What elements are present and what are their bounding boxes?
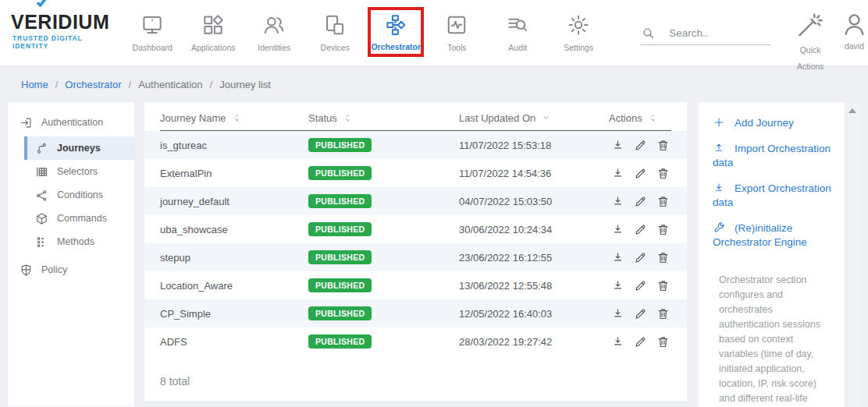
logo-tagline: TRUSTED DIGITAL IDENTITY (11, 34, 109, 50)
download-button[interactable] (611, 223, 624, 236)
table-row: stepupPUBLISHED23/06/2022 16:12:55 (144, 243, 687, 271)
quick-actions-label-line2: Actions (795, 60, 825, 73)
sidebar-item-label: Selectors (57, 166, 98, 177)
sidebar-item-authentication[interactable]: Authentication (8, 111, 134, 133)
settings-icon (567, 13, 590, 37)
download-button[interactable] (611, 195, 624, 208)
sidebar-item-conditions[interactable]: Conditions (24, 183, 134, 207)
delete-button[interactable] (656, 307, 670, 320)
status-cell: PUBLISHED (308, 166, 459, 180)
sidebar-item-selectors[interactable]: Selectors (24, 160, 134, 183)
panel-link-import-orchestration-data[interactable]: Import Orchestration data (713, 142, 834, 170)
edit-button[interactable] (634, 251, 647, 264)
sidebar-item-label: Policy (41, 264, 67, 275)
sidebar-item-label: Authentication (41, 117, 103, 128)
nav-item-audit[interactable]: Audit (487, 0, 548, 57)
status-badge: PUBLISHED (308, 194, 372, 208)
edit-button[interactable] (634, 279, 647, 292)
sidebar-item-commands[interactable]: Commands (24, 207, 134, 230)
vertical-scrollbar[interactable] (845, 102, 860, 407)
panel-link-add-journey[interactable]: Add Journey (713, 116, 834, 130)
edit-button[interactable] (634, 223, 647, 236)
sort-desc-icon (542, 113, 551, 122)
table-header: Journey NameStatusLast Updated OnActions (160, 105, 671, 131)
search-input[interactable] (669, 27, 770, 39)
edit-button[interactable] (634, 139, 647, 152)
download-button[interactable] (611, 279, 624, 292)
status-cell: PUBLISHED (308, 194, 459, 208)
last-updated-cell: 28/03/2022 19:27:42 (459, 336, 609, 348)
download-button[interactable] (611, 251, 624, 264)
delete-icon (656, 195, 670, 208)
edit-button[interactable] (634, 195, 647, 208)
delete-button[interactable] (656, 223, 670, 236)
last-updated-cell: 12/05/2022 16:40:03 (459, 308, 609, 320)
nav-item-devices[interactable]: Devices (304, 0, 365, 57)
panel-link-re-initialize-orchestrator-engine[interactable]: (Re)initialize Orchestrator Engine (713, 221, 834, 250)
delete-button[interactable] (656, 251, 670, 264)
orchestrator-description: Orchestrator section configures and orch… (719, 273, 828, 407)
breadcrumb-item-home[interactable]: Home (21, 79, 48, 90)
column-header-status[interactable]: Status (308, 112, 459, 124)
delete-button[interactable] (656, 139, 670, 152)
table-row: ADFSPUBLISHED28/03/2022 19:27:42 (144, 327, 687, 356)
column-header-label: Status (308, 112, 337, 124)
actions-cell (609, 279, 671, 292)
download-icon (611, 335, 624, 349)
breadcrumb: Home/Orchestrator/Authentication/Journey… (0, 66, 868, 102)
column-header-last-updated-on[interactable]: Last Updated On (459, 112, 609, 124)
nav-item-settings[interactable]: Settings (548, 0, 609, 57)
table-total-label: 8 total (160, 375, 671, 388)
breadcrumb-separator: / (55, 79, 59, 90)
journey-name-cell: ExternalPin (160, 168, 308, 179)
magic-wand-icon (795, 10, 825, 40)
sidebar-item-policy[interactable]: Policy (8, 259, 134, 281)
journey-name-cell: uba_showcase (160, 224, 308, 235)
actions-panel: Add JourneyImport Orchestration dataExpo… (699, 102, 845, 407)
download-button[interactable] (611, 139, 624, 152)
actions-cell (609, 307, 671, 320)
nav-item-identities[interactable]: Identities (244, 0, 304, 57)
sidebar-item-label: Commands (57, 213, 107, 224)
nav-item-orchestrator[interactable]: Orchestrator (368, 7, 424, 57)
journey-table-card: Journey NameStatusLast Updated OnActions… (144, 102, 687, 401)
edit-button[interactable] (634, 167, 647, 180)
table-row: uba_showcasePUBLISHED30/06/2022 10:24:34 (144, 215, 687, 243)
edit-button[interactable] (634, 335, 647, 349)
download-button[interactable] (611, 335, 624, 349)
delete-button[interactable] (656, 195, 670, 208)
download-icon (611, 195, 624, 208)
nav-item-applications[interactable]: Applications (183, 0, 244, 57)
sidebar-item-journeys[interactable]: Journeys (24, 136, 134, 160)
download-button[interactable] (611, 307, 624, 320)
status-cell: PUBLISHED (308, 222, 459, 236)
delete-button[interactable] (656, 167, 670, 180)
user-menu[interactable]: david (841, 0, 868, 51)
status-cell: PUBLISHED (308, 250, 459, 264)
status-cell: PUBLISHED (308, 278, 459, 292)
panel-link-export-orchestration-data[interactable]: Export Orchestration data (713, 182, 834, 210)
column-header-actions[interactable]: Actions (609, 112, 671, 124)
actions-cell (609, 335, 671, 349)
delete-button[interactable] (656, 279, 670, 292)
delete-button[interactable] (656, 335, 670, 349)
commands-icon (35, 212, 48, 225)
edit-button[interactable] (634, 307, 647, 320)
scroll-up-arrow-icon[interactable] (848, 108, 856, 113)
edit-icon (634, 279, 647, 292)
breadcrumb-item-orchestrator[interactable]: Orchestrator (65, 79, 121, 90)
download-button[interactable] (611, 167, 624, 180)
status-badge: PUBLISHED (308, 250, 372, 264)
nav-item-dashboard[interactable]: Dashboard (122, 0, 183, 57)
policy-icon (20, 264, 33, 277)
journey-name-cell: CP_Simple (160, 308, 308, 320)
column-header-journey-name[interactable]: Journey Name (160, 112, 308, 124)
username-label: david (841, 41, 868, 51)
conditions-icon (35, 189, 48, 202)
table-body: is_gtureacPUBLISHED11/07/2022 15:53:18Ex… (144, 131, 687, 356)
nav-item-tools[interactable]: Tools (426, 0, 487, 57)
delete-icon (656, 167, 670, 180)
quick-actions-button[interactable]: Quick Actions (795, 0, 825, 73)
sidebar-item-methods[interactable]: Methods (24, 230, 134, 253)
column-header-label: Actions (609, 112, 642, 124)
